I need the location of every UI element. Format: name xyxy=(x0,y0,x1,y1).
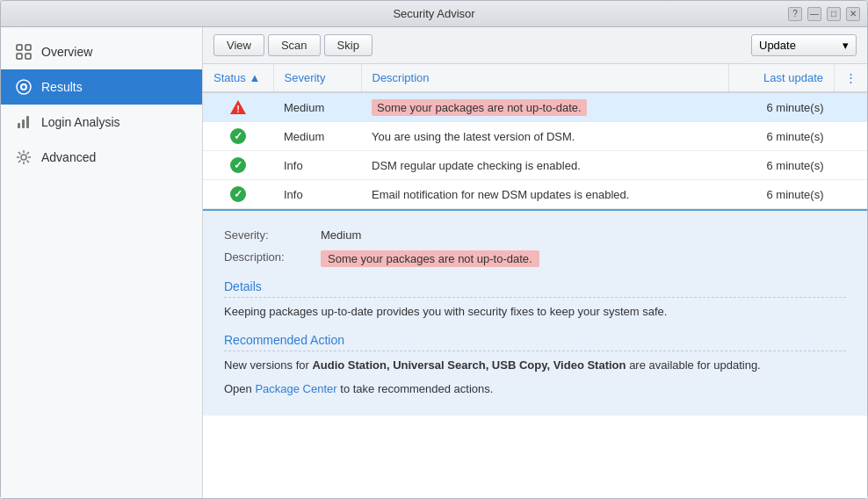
results-label: Results xyxy=(41,80,83,94)
main-content: View Scan Skip Update ▾ xyxy=(203,27,867,498)
col-severity[interactable]: Severity xyxy=(273,64,361,92)
more-cell xyxy=(835,180,868,209)
severity-cell: Info xyxy=(273,151,361,180)
table-body: ! Medium Some your packages are not up-t… xyxy=(203,92,867,209)
description-value: Some your packages are not up-to-date. xyxy=(321,250,539,267)
results-table: Status ▲ Severity Description xyxy=(203,64,867,209)
details-text: Keeping packages up-to-date provides you… xyxy=(224,303,846,321)
login-analysis-label: Login Analysis xyxy=(41,115,120,129)
severity-label: Severity: xyxy=(224,228,321,242)
col-status-label: Status xyxy=(213,71,246,84)
col-status[interactable]: Status ▲ xyxy=(203,64,273,92)
description-label: Description: xyxy=(224,250,321,264)
table-header: Status ▲ Severity Description xyxy=(203,64,867,92)
svg-line-16 xyxy=(27,161,30,163)
svg-line-15 xyxy=(18,152,21,155)
recommended-text: New versions for Audio Station, Universa… xyxy=(224,357,846,374)
severity-cell: Info xyxy=(273,180,361,209)
sidebar-item-overview[interactable]: Overview xyxy=(1,34,202,69)
advanced-icon xyxy=(15,148,33,166)
ok-status-icon: ✓ xyxy=(213,157,263,173)
table-row[interactable]: ✓ Medium You are using the latest versio… xyxy=(203,122,867,151)
sidebar-item-advanced[interactable]: Advanced xyxy=(1,140,202,175)
help-btn[interactable]: ? xyxy=(788,7,802,21)
col-description[interactable]: Description xyxy=(361,64,729,92)
more-cell xyxy=(835,122,868,151)
more-cell xyxy=(835,92,868,122)
last-update-cell: 6 minute(s) xyxy=(729,122,835,151)
table-wrapper: Status ▲ Severity Description xyxy=(203,64,867,498)
detail-severity-row: Severity: Medium xyxy=(224,228,846,242)
sort-icon: ▲ xyxy=(249,71,260,84)
col-last-update[interactable]: Last update xyxy=(729,64,835,92)
status-cell: ✓ xyxy=(203,180,273,209)
skip-button[interactable]: Skip xyxy=(324,34,373,56)
status-cell: ✓ xyxy=(203,122,273,151)
recommended-bold: Audio Station, Universal Search, USB Cop… xyxy=(312,358,626,372)
titlebar: Security Advisor ? — □ ✕ xyxy=(1,1,867,27)
detail-description-row: Description: Some your packages are not … xyxy=(224,250,846,267)
description-cell: DSM regular update checking is enabled. xyxy=(361,151,729,180)
svg-rect-7 xyxy=(18,123,20,128)
severity-value: Medium xyxy=(321,228,361,242)
advanced-label: Advanced xyxy=(41,150,96,164)
package-center-link[interactable]: Package Center xyxy=(255,382,336,395)
ok-status-icon: ✓ xyxy=(213,186,263,202)
severity-cell: Medium xyxy=(273,92,361,122)
description-highlight: Some your packages are not up-to-date. xyxy=(372,99,587,116)
recommended-after: are available for updating. xyxy=(626,358,761,372)
open-before: Open xyxy=(224,382,255,395)
open-text: Open Package Center to take recommended … xyxy=(224,380,846,398)
close-btn[interactable]: ✕ xyxy=(846,7,860,21)
main-window: Security Advisor ? — □ ✕ Overview xyxy=(0,0,868,499)
svg-line-17 xyxy=(27,152,30,155)
svg-line-18 xyxy=(18,161,21,163)
toolbar: View Scan Skip Update ▾ xyxy=(203,27,867,64)
overview-label: Overview xyxy=(41,45,92,59)
window-controls: ? — □ ✕ xyxy=(788,7,860,21)
sidebar-item-login-analysis[interactable]: Login Analysis xyxy=(1,105,202,140)
svg-point-10 xyxy=(21,155,26,160)
arrow-overlay xyxy=(203,209,396,228)
chevron-down-icon: ▾ xyxy=(843,39,849,52)
last-update-cell: 6 minute(s) xyxy=(729,151,835,180)
svg-point-6 xyxy=(22,85,25,89)
last-update-cell: 6 minute(s) xyxy=(729,92,835,122)
sidebar-item-results[interactable]: Results xyxy=(1,69,202,105)
warning-status-icon: ! xyxy=(213,99,263,115)
severity-cell: Medium xyxy=(273,122,361,151)
status-cell: ✓ xyxy=(203,151,273,180)
table-row[interactable]: ✓ Info DSM regular update checking is en… xyxy=(203,151,867,180)
overview-icon xyxy=(15,43,33,61)
svg-rect-2 xyxy=(17,54,22,59)
col-description-label: Description xyxy=(373,71,430,84)
content-area: Overview Results xyxy=(1,27,867,498)
minimize-btn[interactable]: — xyxy=(807,7,821,21)
description-cell: Email notification for new DSM updates i… xyxy=(361,180,729,209)
sidebar: Overview Results xyxy=(1,27,203,498)
details-title: Details xyxy=(224,279,846,298)
table-row[interactable]: ! Medium Some your packages are not up-t… xyxy=(203,92,867,122)
svg-rect-9 xyxy=(26,116,29,128)
table-row[interactable]: ✓ Info Email notification for new DSM up… xyxy=(203,180,867,209)
ok-icon: ✓ xyxy=(230,128,246,144)
dropdown-label: Update xyxy=(759,39,796,52)
update-dropdown[interactable]: Update ▾ xyxy=(751,34,857,56)
col-more: ⋮ xyxy=(835,64,868,92)
more-icon: ⋮ xyxy=(845,71,857,84)
table-container: Status ▲ Severity Description xyxy=(203,64,867,209)
col-severity-label: Severity xyxy=(285,71,326,84)
window-title: Security Advisor xyxy=(393,7,474,20)
svg-rect-8 xyxy=(22,119,25,128)
description-cell: You are using the latest version of DSM. xyxy=(361,122,729,151)
ok-icon: ✓ xyxy=(230,157,246,173)
recommended-title: Recommended Action xyxy=(224,333,846,351)
svg-rect-1 xyxy=(25,45,31,50)
svg-rect-3 xyxy=(25,54,31,59)
col-last-update-label: Last update xyxy=(763,71,823,84)
maximize-btn[interactable]: □ xyxy=(827,7,841,21)
view-button[interactable]: View xyxy=(213,34,264,56)
description-cell: Some your packages are not up-to-date. xyxy=(361,92,729,122)
last-update-cell: 6 minute(s) xyxy=(729,180,835,209)
scan-button[interactable]: Scan xyxy=(268,34,321,56)
